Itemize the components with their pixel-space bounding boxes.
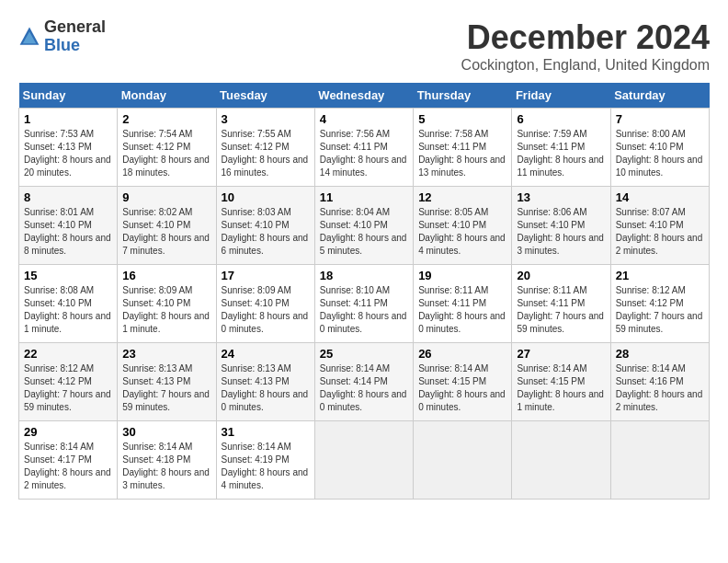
day-info: Sunrise: 8:11 AM Sunset: 4:11 PM Dayligh…	[418, 284, 506, 336]
calendar-cell: 5Sunrise: 7:58 AM Sunset: 4:11 PM Daylig…	[414, 109, 512, 187]
day-info: Sunrise: 8:14 AM Sunset: 4:19 PM Dayligh…	[222, 441, 310, 492]
calendar-cell: 25Sunrise: 8:14 AM Sunset: 4:14 PM Dayli…	[314, 343, 413, 421]
day-number: 23	[122, 347, 210, 361]
day-number: 5	[418, 112, 506, 126]
calendar-cell: 27Sunrise: 8:14 AM Sunset: 4:15 PM Dayli…	[512, 343, 610, 421]
day-header-saturday: Saturday	[610, 83, 709, 109]
day-info: Sunrise: 8:14 AM Sunset: 4:16 PM Dayligh…	[616, 362, 704, 414]
day-info: Sunrise: 8:01 AM Sunset: 4:10 PM Dayligh…	[24, 206, 112, 258]
title-section: December 2024 Cockington, England, Unite…	[461, 18, 710, 74]
calendar-cell: 6Sunrise: 7:59 AM Sunset: 4:11 PM Daylig…	[512, 109, 610, 187]
calendar-cell: 3Sunrise: 7:55 AM Sunset: 4:12 PM Daylig…	[216, 109, 314, 187]
day-info: Sunrise: 7:55 AM Sunset: 4:12 PM Dayligh…	[222, 128, 310, 179]
day-number: 24	[222, 347, 310, 361]
week-row: 15Sunrise: 8:08 AM Sunset: 4:10 PM Dayli…	[19, 265, 710, 343]
header-row: SundayMondayTuesdayWednesdayThursdayFrid…	[19, 83, 710, 109]
calendar-cell: 29Sunrise: 8:14 AM Sunset: 4:17 PM Dayli…	[19, 421, 118, 500]
calendar-cell: 9Sunrise: 8:02 AM Sunset: 4:10 PM Daylig…	[118, 187, 216, 265]
month-title: December 2024	[461, 18, 710, 57]
calendar-cell: 12Sunrise: 8:05 AM Sunset: 4:10 PM Dayli…	[414, 187, 512, 265]
day-number: 28	[616, 347, 704, 361]
day-info: Sunrise: 8:09 AM Sunset: 4:10 PM Dayligh…	[122, 284, 210, 336]
calendar-cell: 15Sunrise: 8:08 AM Sunset: 4:10 PM Dayli…	[19, 265, 118, 343]
week-row: 1Sunrise: 7:53 AM Sunset: 4:13 PM Daylig…	[19, 109, 710, 187]
calendar-cell: 22Sunrise: 8:12 AM Sunset: 4:12 PM Dayli…	[19, 343, 118, 421]
day-info: Sunrise: 8:14 AM Sunset: 4:17 PM Dayligh…	[24, 441, 112, 492]
day-number: 30	[122, 425, 210, 439]
day-number: 15	[24, 269, 112, 282]
calendar-cell: 7Sunrise: 8:00 AM Sunset: 4:10 PM Daylig…	[610, 109, 709, 187]
day-info: Sunrise: 8:00 AM Sunset: 4:10 PM Dayligh…	[616, 128, 704, 179]
day-number: 31	[222, 425, 310, 439]
day-header-thursday: Thursday	[414, 83, 512, 109]
calendar-cell: 14Sunrise: 8:07 AM Sunset: 4:10 PM Dayli…	[610, 187, 709, 265]
calendar-cell	[314, 421, 413, 500]
day-info: Sunrise: 8:13 AM Sunset: 4:13 PM Dayligh…	[122, 362, 210, 414]
day-number: 17	[222, 269, 310, 282]
calendar-cell: 26Sunrise: 8:14 AM Sunset: 4:15 PM Dayli…	[414, 343, 512, 421]
day-number: 1	[24, 112, 112, 126]
day-info: Sunrise: 8:14 AM Sunset: 4:18 PM Dayligh…	[122, 441, 210, 492]
calendar-cell: 31Sunrise: 8:14 AM Sunset: 4:19 PM Dayli…	[216, 421, 314, 500]
day-info: Sunrise: 8:14 AM Sunset: 4:14 PM Dayligh…	[320, 362, 408, 414]
calendar-cell	[610, 421, 709, 500]
calendar-cell: 19Sunrise: 8:11 AM Sunset: 4:11 PM Dayli…	[414, 265, 512, 343]
day-number: 12	[418, 190, 506, 204]
day-number: 21	[616, 269, 704, 282]
day-info: Sunrise: 8:07 AM Sunset: 4:10 PM Dayligh…	[616, 206, 704, 258]
calendar-cell: 18Sunrise: 8:10 AM Sunset: 4:11 PM Dayli…	[314, 265, 413, 343]
day-info: Sunrise: 8:02 AM Sunset: 4:10 PM Dayligh…	[122, 206, 210, 258]
day-info: Sunrise: 8:09 AM Sunset: 4:10 PM Dayligh…	[222, 284, 310, 336]
day-number: 29	[24, 425, 112, 439]
day-info: Sunrise: 7:59 AM Sunset: 4:11 PM Dayligh…	[517, 128, 605, 179]
day-number: 6	[517, 112, 605, 126]
day-number: 20	[517, 269, 605, 282]
calendar-cell: 2Sunrise: 7:54 AM Sunset: 4:12 PM Daylig…	[118, 109, 216, 187]
day-info: Sunrise: 8:04 AM Sunset: 4:10 PM Dayligh…	[320, 206, 408, 258]
calendar-cell: 17Sunrise: 8:09 AM Sunset: 4:10 PM Dayli…	[216, 265, 314, 343]
day-number: 10	[222, 190, 310, 204]
day-info: Sunrise: 8:12 AM Sunset: 4:12 PM Dayligh…	[24, 362, 112, 414]
calendar-table: SundayMondayTuesdayWednesdayThursdayFrid…	[18, 83, 710, 500]
calendar-cell: 24Sunrise: 8:13 AM Sunset: 4:13 PM Dayli…	[216, 343, 314, 421]
day-info: Sunrise: 8:05 AM Sunset: 4:10 PM Dayligh…	[418, 206, 506, 258]
day-info: Sunrise: 8:11 AM Sunset: 4:11 PM Dayligh…	[517, 284, 605, 336]
day-number: 14	[616, 190, 704, 204]
day-number: 11	[320, 190, 408, 204]
day-number: 3	[222, 112, 310, 126]
calendar-cell: 20Sunrise: 8:11 AM Sunset: 4:11 PM Dayli…	[512, 265, 610, 343]
logo: General Blue	[18, 18, 106, 55]
week-row: 29Sunrise: 8:14 AM Sunset: 4:17 PM Dayli…	[19, 421, 710, 500]
day-header-wednesday: Wednesday	[314, 83, 413, 109]
day-info: Sunrise: 7:58 AM Sunset: 4:11 PM Dayligh…	[418, 128, 506, 179]
day-info: Sunrise: 8:10 AM Sunset: 4:11 PM Dayligh…	[320, 284, 408, 336]
day-header-friday: Friday	[512, 83, 610, 109]
calendar-cell: 11Sunrise: 8:04 AM Sunset: 4:10 PM Dayli…	[314, 187, 413, 265]
day-number: 25	[320, 347, 408, 361]
day-info: Sunrise: 8:08 AM Sunset: 4:10 PM Dayligh…	[24, 284, 112, 336]
day-info: Sunrise: 8:14 AM Sunset: 4:15 PM Dayligh…	[517, 362, 605, 414]
page-header: General Blue December 2024 Cockington, E…	[18, 18, 710, 74]
day-info: Sunrise: 8:03 AM Sunset: 4:10 PM Dayligh…	[222, 206, 310, 258]
day-number: 27	[517, 347, 605, 361]
week-row: 8Sunrise: 8:01 AM Sunset: 4:10 PM Daylig…	[19, 187, 710, 265]
day-header-sunday: Sunday	[19, 83, 118, 109]
day-info: Sunrise: 7:56 AM Sunset: 4:11 PM Dayligh…	[320, 128, 408, 179]
day-info: Sunrise: 8:13 AM Sunset: 4:13 PM Dayligh…	[222, 362, 310, 414]
location: Cockington, England, United Kingdom	[461, 57, 710, 74]
day-info: Sunrise: 7:54 AM Sunset: 4:12 PM Dayligh…	[122, 128, 210, 179]
calendar-cell: 4Sunrise: 7:56 AM Sunset: 4:11 PM Daylig…	[314, 109, 413, 187]
logo-text: General Blue	[44, 18, 106, 55]
logo-general: General	[44, 17, 106, 36]
day-header-monday: Monday	[118, 83, 216, 109]
day-info: Sunrise: 8:14 AM Sunset: 4:15 PM Dayligh…	[418, 362, 506, 414]
calendar-cell: 8Sunrise: 8:01 AM Sunset: 4:10 PM Daylig…	[19, 187, 118, 265]
calendar-cell: 21Sunrise: 8:12 AM Sunset: 4:12 PM Dayli…	[610, 265, 709, 343]
day-number: 4	[320, 112, 408, 126]
day-number: 26	[418, 347, 506, 361]
calendar-cell: 28Sunrise: 8:14 AM Sunset: 4:16 PM Dayli…	[610, 343, 709, 421]
day-info: Sunrise: 7:53 AM Sunset: 4:13 PM Dayligh…	[24, 128, 112, 179]
day-number: 18	[320, 269, 408, 282]
calendar-cell: 10Sunrise: 8:03 AM Sunset: 4:10 PM Dayli…	[216, 187, 314, 265]
calendar-cell: 16Sunrise: 8:09 AM Sunset: 4:10 PM Dayli…	[118, 265, 216, 343]
